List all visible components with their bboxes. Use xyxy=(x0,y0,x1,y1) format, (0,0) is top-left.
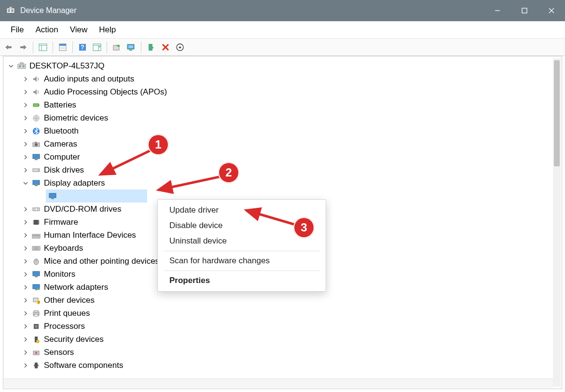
show-hide-console-tree-button[interactable] xyxy=(36,41,50,54)
chevron-right-icon[interactable] xyxy=(22,244,29,252)
annotation-arrow-2 xyxy=(153,173,226,197)
chevron-right-icon[interactable] xyxy=(22,270,29,278)
svg-rect-55 xyxy=(34,220,39,225)
chevron-right-icon[interactable] xyxy=(22,336,29,343)
tree-item-label: Audio Processing Objects (APOs) xyxy=(44,85,167,98)
svg-rect-50 xyxy=(35,185,38,186)
help-button[interactable]: ? xyxy=(76,41,89,54)
titlebar: Device Manager xyxy=(0,0,565,21)
svg-rect-24 xyxy=(116,45,119,46)
scan-hardware-button[interactable] xyxy=(124,41,138,54)
tree-item-display-adapters[interactable]: Display adapters xyxy=(5,176,560,189)
context-menu-scan-hardware[interactable]: Scan for hardware changes xyxy=(158,253,326,269)
svg-rect-35 xyxy=(20,63,23,64)
svg-rect-14 xyxy=(59,44,66,46)
tree-item-security-devices[interactable]: Security devices xyxy=(5,333,560,346)
update-driver-button[interactable] xyxy=(110,41,124,54)
tree-item-label: Other devices xyxy=(44,294,95,307)
properties-button[interactable] xyxy=(56,41,69,54)
svg-rect-90 xyxy=(35,363,38,368)
tree-item-label: Cameras xyxy=(44,137,77,150)
network-icon xyxy=(31,283,41,292)
camera-icon xyxy=(31,139,41,149)
chevron-right-icon[interactable] xyxy=(22,231,29,239)
tree-item-label: Firmware xyxy=(44,216,78,229)
tree-item-other-devices[interactable]: ? Other devices xyxy=(5,294,560,307)
svg-rect-34 xyxy=(22,65,25,68)
tree-item-bluetooth[interactable]: Bluetooth xyxy=(5,124,560,137)
svg-rect-63 xyxy=(33,235,34,236)
chevron-right-icon[interactable] xyxy=(22,166,29,174)
uninstall-device-button[interactable] xyxy=(159,41,172,54)
chevron-right-icon[interactable] xyxy=(22,284,29,291)
chevron-right-icon[interactable] xyxy=(22,75,29,83)
tree-item-label: Bluetooth xyxy=(44,124,79,137)
annotation-badge-1: 1 xyxy=(148,134,169,155)
tree-item-audio-inputs[interactable]: Audio inputs and outputs xyxy=(5,72,560,85)
chevron-right-icon[interactable] xyxy=(22,362,29,369)
chevron-right-icon[interactable] xyxy=(22,127,29,135)
chevron-right-icon[interactable] xyxy=(22,101,29,109)
mouse-icon xyxy=(31,257,41,266)
tree-item-label: Mice and other pointing devices xyxy=(44,255,159,268)
more-button[interactable] xyxy=(173,41,187,54)
tree-item-processors[interactable]: Processors xyxy=(5,320,560,333)
chevron-down-icon[interactable] xyxy=(7,62,15,70)
context-menu-properties[interactable]: Properties xyxy=(158,273,326,288)
chevron-right-icon[interactable] xyxy=(22,205,29,213)
chevron-right-icon[interactable] xyxy=(22,153,29,161)
tree-item-label: Disk drives xyxy=(44,163,84,176)
back-button[interactable] xyxy=(2,41,15,54)
tree-item-disk-drives[interactable]: Disk drives xyxy=(5,163,560,176)
menu-action[interactable]: Action xyxy=(29,23,64,37)
svg-point-40 xyxy=(36,117,37,119)
bluetooth-icon xyxy=(31,126,41,136)
tree-item-cameras[interactable]: Cameras xyxy=(5,137,560,150)
enable-device-button[interactable] xyxy=(144,41,158,54)
forward-button[interactable] xyxy=(16,41,30,54)
menu-file[interactable]: File xyxy=(5,23,29,37)
chevron-right-icon[interactable] xyxy=(22,114,29,122)
tree-item-biometric[interactable]: Biometric devices xyxy=(5,111,560,124)
tree-item-batteries[interactable]: Batteries xyxy=(5,98,560,111)
chevron-right-icon[interactable] xyxy=(22,310,29,317)
chevron-right-icon[interactable] xyxy=(22,297,29,304)
chevron-right-icon[interactable] xyxy=(22,323,29,330)
tree-item-software-components[interactable]: Software components xyxy=(5,359,560,372)
menu-help[interactable]: Help xyxy=(93,23,122,37)
svg-rect-27 xyxy=(129,50,132,51)
context-menu-separator xyxy=(164,270,320,271)
security-icon xyxy=(31,335,41,344)
svg-rect-3 xyxy=(9,7,12,8)
menu-view[interactable]: View xyxy=(64,23,94,37)
tree-item-print-queues[interactable]: Print queues xyxy=(5,307,560,320)
scrollbar-thumb[interactable] xyxy=(554,60,560,166)
tree-item-label: Network adapters xyxy=(44,281,108,294)
vertical-scrollbar[interactable] xyxy=(553,58,561,387)
svg-point-43 xyxy=(35,143,38,146)
speaker-icon xyxy=(31,87,41,97)
tree-item-label: Computer xyxy=(44,150,80,163)
svg-rect-26 xyxy=(128,45,133,48)
close-button[interactable] xyxy=(538,0,565,21)
tree-item-computer[interactable]: Computer xyxy=(5,150,560,163)
tree-item-label: Audio inputs and outputs xyxy=(44,72,134,85)
annotation-arrow-1 xyxy=(96,146,158,180)
chevron-right-icon[interactable] xyxy=(22,349,29,356)
svg-line-95 xyxy=(246,210,295,225)
maximize-button[interactable] xyxy=(511,0,538,21)
chevron-right-icon[interactable] xyxy=(22,218,29,226)
tree-item-audio-processing[interactable]: Audio Processing Objects (APOs) xyxy=(5,85,560,98)
action-pane-button[interactable] xyxy=(90,41,104,54)
tree-item-sensors[interactable]: Sensors xyxy=(5,346,560,359)
chevron-right-icon[interactable] xyxy=(22,88,29,96)
tree-root[interactable]: DESKTOP-4L537JQ xyxy=(5,59,560,72)
keyboard-icon xyxy=(31,243,41,253)
chevron-down-icon[interactable] xyxy=(22,179,29,187)
minimize-button[interactable] xyxy=(484,0,511,21)
selected-device[interactable] xyxy=(46,189,147,203)
tree-item-label: Security devices xyxy=(44,333,104,346)
chevron-right-icon[interactable] xyxy=(22,140,29,148)
monitor-icon xyxy=(31,152,41,162)
chevron-right-icon[interactable] xyxy=(22,257,29,265)
